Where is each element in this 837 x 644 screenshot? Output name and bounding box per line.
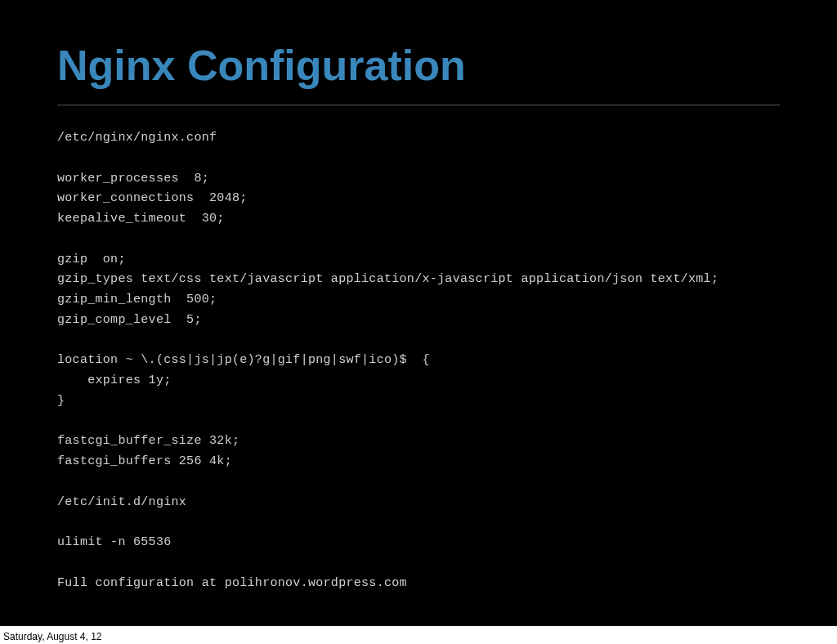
code-block: /etc/nginx/nginx.conf worker_processes 8… [57,128,780,593]
footer-date: Saturday, August 4, 12 [3,631,102,642]
title-divider [57,105,780,105]
slide-title: Nginx Configuration [57,41,780,90]
slide-container: Nginx Configuration /etc/nginx/nginx.con… [0,0,837,626]
